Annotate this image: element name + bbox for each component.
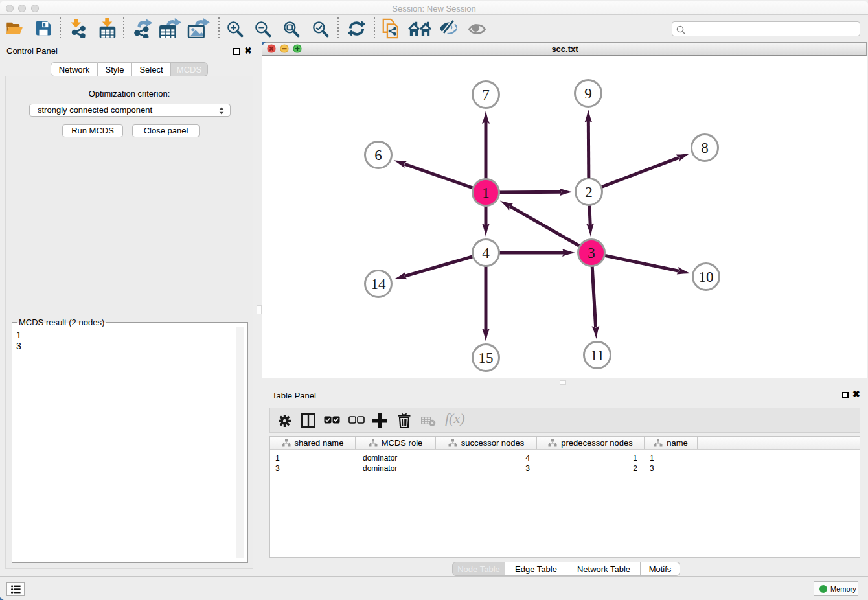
svg-text:4: 4: [482, 245, 490, 261]
svg-text:2: 2: [585, 184, 593, 200]
svg-text:8: 8: [701, 140, 709, 156]
svg-text:6: 6: [374, 147, 382, 163]
svg-text:1: 1: [482, 185, 490, 201]
svg-text:14: 14: [371, 276, 387, 292]
svg-text:15: 15: [479, 350, 494, 366]
svg-text:3: 3: [588, 245, 595, 261]
svg-text:11: 11: [590, 347, 604, 363]
svg-text:9: 9: [584, 86, 592, 102]
svg-text:10: 10: [699, 269, 714, 285]
svg-text:7: 7: [482, 87, 490, 103]
